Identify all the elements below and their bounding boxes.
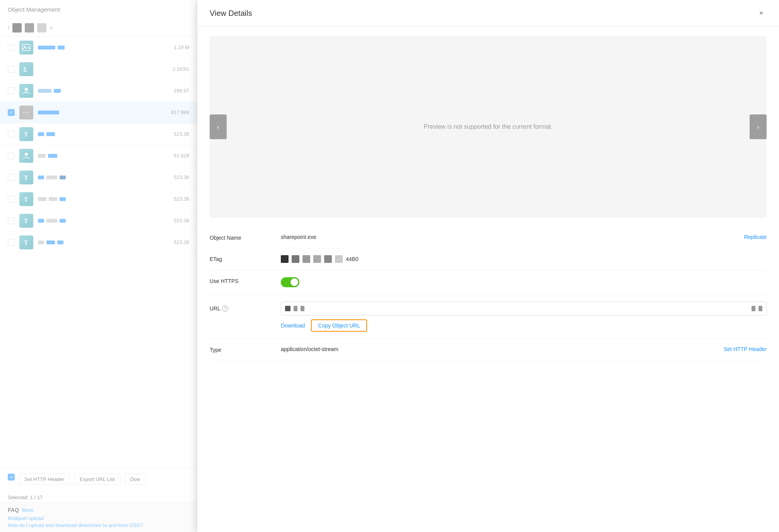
- url-block-1: [285, 306, 290, 311]
- preview-prev-button[interactable]: ‹: [210, 114, 227, 139]
- type-value-row: application/octet-stream Set HTTP Header: [281, 346, 767, 352]
- etag-label: ETag: [210, 255, 272, 262]
- modal-header: View Details ×: [197, 0, 779, 27]
- url-field[interactable]: [281, 302, 767, 315]
- detail-fields: Object Name sharepoint.exe Replicate ETa…: [197, 227, 779, 360]
- use-https-toggle-wrapper: [281, 277, 767, 287]
- type-row: Type application/octet-stream Set HTTP H…: [210, 339, 767, 360]
- url-label-text: URL: [210, 305, 220, 312]
- object-name-label: Object Name: [210, 234, 272, 241]
- url-block-5: [758, 306, 762, 311]
- download-link[interactable]: Download: [281, 322, 305, 329]
- modal-title: View Details: [210, 9, 252, 18]
- preview-area: ‹ Preview is not supported for the curre…: [210, 36, 767, 218]
- etag-block-4: [313, 255, 321, 263]
- etag-block-6: [335, 255, 343, 263]
- view-details-modal: View Details × ‹ Preview is not supporte…: [197, 0, 779, 532]
- url-block-3: [301, 306, 304, 311]
- object-name-row: Object Name sharepoint.exe Replicate: [210, 227, 767, 248]
- replicate-link[interactable]: Replicate: [744, 234, 767, 240]
- url-block-4: [752, 306, 755, 311]
- close-button[interactable]: ×: [756, 8, 767, 19]
- url-label: URL ?: [210, 305, 272, 312]
- type-label: Type: [210, 346, 272, 353]
- etag-block-3: [302, 255, 310, 263]
- url-question-icon[interactable]: ?: [222, 305, 228, 312]
- etag-block-5: [324, 255, 332, 263]
- object-name-value-row: sharepoint.exe Replicate: [281, 234, 767, 240]
- object-name-value: sharepoint.exe: [281, 234, 738, 240]
- url-block-2: [294, 306, 297, 311]
- type-value: application/octet-stream: [281, 346, 718, 352]
- etag-block-1: [281, 255, 289, 263]
- etag-suffix: 44B0: [346, 256, 767, 262]
- toggle-knob: [290, 278, 298, 286]
- use-https-row: Use HTTPS: [210, 270, 767, 295]
- etag-block-2: [292, 255, 299, 263]
- use-https-label: Use HTTPS: [210, 277, 272, 284]
- set-http-header-link[interactable]: Set HTTP Header: [724, 346, 767, 352]
- url-detail-top: URL ?: [210, 302, 767, 315]
- copy-object-url-button[interactable]: Copy Object URL: [311, 319, 367, 332]
- url-row: URL ? Download Copy Object URL: [210, 295, 767, 339]
- etag-row: ETag 44B0: [210, 248, 767, 270]
- url-actions: Download Copy Object URL: [210, 319, 767, 332]
- left-panel-overlay: [0, 0, 197, 532]
- use-https-toggle[interactable]: [281, 277, 299, 287]
- etag-value-row: 44B0: [281, 255, 767, 263]
- preview-message: Preview is not supported for the current…: [424, 123, 552, 130]
- preview-next-button[interactable]: ›: [750, 114, 767, 139]
